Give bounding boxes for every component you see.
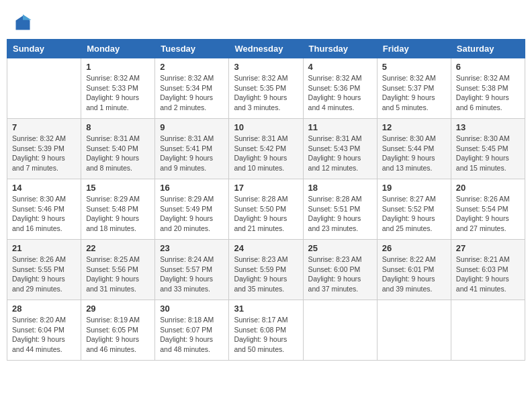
day-number: 1 bbox=[86, 62, 150, 72]
day-number: 21 bbox=[12, 243, 76, 253]
calendar-cell: 12Sunrise: 8:30 AMSunset: 5:44 PMDayligh… bbox=[377, 119, 451, 179]
day-number: 10 bbox=[234, 122, 298, 132]
calendar-table: SundayMondayTuesdayWednesdayThursdayFrid… bbox=[7, 39, 525, 361]
logo-icon bbox=[13, 13, 32, 32]
weekday-header-wednesday: Wednesday bbox=[229, 40, 303, 58]
calendar-cell: 27Sunrise: 8:21 AMSunset: 6:03 PMDayligh… bbox=[451, 240, 525, 300]
weekday-header-tuesday: Tuesday bbox=[155, 40, 229, 58]
cell-content: Sunrise: 8:31 AMSunset: 5:43 PMDaylight:… bbox=[308, 134, 372, 173]
calendar-cell: 10Sunrise: 8:31 AMSunset: 5:42 PMDayligh… bbox=[229, 119, 303, 179]
day-number: 20 bbox=[456, 183, 520, 193]
cell-content: Sunrise: 8:20 AMSunset: 6:04 PMDaylight:… bbox=[12, 315, 76, 355]
day-number: 19 bbox=[382, 183, 446, 193]
day-number: 5 bbox=[382, 62, 446, 72]
cell-content: Sunrise: 8:17 AMSunset: 6:08 PMDaylight:… bbox=[234, 315, 298, 355]
calendar-cell: 13Sunrise: 8:30 AMSunset: 5:45 PMDayligh… bbox=[451, 119, 525, 179]
calendar-cell: 26Sunrise: 8:22 AMSunset: 6:01 PMDayligh… bbox=[377, 240, 451, 300]
day-number: 30 bbox=[160, 304, 224, 314]
day-number: 27 bbox=[456, 243, 520, 253]
page-header bbox=[7, 7, 525, 36]
calendar-cell: 2Sunrise: 8:32 AMSunset: 5:34 PMDaylight… bbox=[155, 58, 229, 119]
calendar-header-row: SundayMondayTuesdayWednesdayThursdayFrid… bbox=[7, 40, 525, 58]
calendar-row: 21Sunrise: 8:26 AMSunset: 5:55 PMDayligh… bbox=[7, 240, 525, 300]
calendar-cell bbox=[377, 300, 451, 361]
cell-content: Sunrise: 8:29 AMSunset: 5:49 PMDaylight:… bbox=[160, 194, 224, 234]
calendar-cell: 31Sunrise: 8:17 AMSunset: 6:08 PMDayligh… bbox=[229, 300, 303, 361]
day-number: 12 bbox=[382, 122, 446, 132]
calendar-cell: 3Sunrise: 8:32 AMSunset: 5:35 PMDaylight… bbox=[229, 58, 303, 119]
day-number: 25 bbox=[308, 243, 372, 253]
day-number: 22 bbox=[86, 243, 150, 253]
calendar-cell: 15Sunrise: 8:29 AMSunset: 5:48 PMDayligh… bbox=[81, 179, 155, 240]
weekday-header-saturday: Saturday bbox=[451, 40, 525, 58]
day-number: 8 bbox=[86, 122, 150, 132]
logo bbox=[13, 13, 35, 32]
day-number: 9 bbox=[160, 122, 224, 132]
calendar-cell: 29Sunrise: 8:19 AMSunset: 6:05 PMDayligh… bbox=[81, 300, 155, 361]
calendar-cell: 28Sunrise: 8:20 AMSunset: 6:04 PMDayligh… bbox=[7, 300, 81, 361]
day-number: 6 bbox=[456, 62, 520, 72]
weekday-header-friday: Friday bbox=[377, 40, 451, 58]
calendar-row: 14Sunrise: 8:30 AMSunset: 5:46 PMDayligh… bbox=[7, 179, 525, 240]
cell-content: Sunrise: 8:32 AMSunset: 5:39 PMDaylight:… bbox=[12, 134, 76, 173]
day-number: 3 bbox=[234, 62, 298, 72]
cell-content: Sunrise: 8:32 AMSunset: 5:33 PMDaylight:… bbox=[86, 73, 150, 113]
calendar-cell bbox=[451, 300, 525, 361]
cell-content: Sunrise: 8:32 AMSunset: 5:38 PMDaylight:… bbox=[456, 73, 520, 113]
calendar-cell: 22Sunrise: 8:25 AMSunset: 5:56 PMDayligh… bbox=[81, 240, 155, 300]
cell-content: Sunrise: 8:21 AMSunset: 6:03 PMDaylight:… bbox=[456, 255, 520, 294]
calendar-cell: 16Sunrise: 8:29 AMSunset: 5:49 PMDayligh… bbox=[155, 179, 229, 240]
cell-content: Sunrise: 8:26 AMSunset: 5:54 PMDaylight:… bbox=[456, 194, 520, 234]
day-number: 23 bbox=[160, 243, 224, 253]
weekday-header-sunday: Sunday bbox=[7, 40, 81, 58]
calendar-cell: 25Sunrise: 8:23 AMSunset: 6:00 PMDayligh… bbox=[303, 240, 377, 300]
cell-content: Sunrise: 8:19 AMSunset: 6:05 PMDaylight:… bbox=[86, 315, 150, 355]
weekday-header-thursday: Thursday bbox=[303, 40, 377, 58]
cell-content: Sunrise: 8:26 AMSunset: 5:55 PMDaylight:… bbox=[12, 255, 76, 294]
weekday-header-monday: Monday bbox=[81, 40, 155, 58]
cell-content: Sunrise: 8:30 AMSunset: 5:46 PMDaylight:… bbox=[12, 194, 76, 234]
calendar-cell: 5Sunrise: 8:32 AMSunset: 5:37 PMDaylight… bbox=[377, 58, 451, 119]
day-number: 4 bbox=[308, 62, 372, 72]
day-number: 28 bbox=[12, 304, 76, 314]
day-number: 26 bbox=[382, 243, 446, 253]
calendar-cell: 14Sunrise: 8:30 AMSunset: 5:46 PMDayligh… bbox=[7, 179, 81, 240]
calendar-cell: 30Sunrise: 8:18 AMSunset: 6:07 PMDayligh… bbox=[155, 300, 229, 361]
cell-content: Sunrise: 8:18 AMSunset: 6:07 PMDaylight:… bbox=[160, 315, 224, 355]
day-number: 15 bbox=[86, 183, 150, 193]
cell-content: Sunrise: 8:28 AMSunset: 5:50 PMDaylight:… bbox=[234, 194, 298, 234]
cell-content: Sunrise: 8:30 AMSunset: 5:45 PMDaylight:… bbox=[456, 134, 520, 173]
cell-content: Sunrise: 8:29 AMSunset: 5:48 PMDaylight:… bbox=[86, 194, 150, 234]
day-number: 17 bbox=[234, 183, 298, 193]
cell-content: Sunrise: 8:23 AMSunset: 6:00 PMDaylight:… bbox=[308, 255, 372, 294]
day-number: 29 bbox=[86, 304, 150, 314]
calendar-row: 7Sunrise: 8:32 AMSunset: 5:39 PMDaylight… bbox=[7, 119, 525, 179]
calendar-row: 1Sunrise: 8:32 AMSunset: 5:33 PMDaylight… bbox=[7, 58, 525, 119]
day-number: 7 bbox=[12, 122, 76, 132]
day-number: 13 bbox=[456, 122, 520, 132]
calendar-cell: 1Sunrise: 8:32 AMSunset: 5:33 PMDaylight… bbox=[81, 58, 155, 119]
svg-marker-1 bbox=[23, 14, 32, 19]
cell-content: Sunrise: 8:24 AMSunset: 5:57 PMDaylight:… bbox=[160, 255, 224, 294]
day-number: 2 bbox=[160, 62, 224, 72]
cell-content: Sunrise: 8:30 AMSunset: 5:44 PMDaylight:… bbox=[382, 134, 446, 173]
calendar-cell bbox=[303, 300, 377, 361]
cell-content: Sunrise: 8:32 AMSunset: 5:35 PMDaylight:… bbox=[234, 73, 298, 113]
day-number: 18 bbox=[308, 183, 372, 193]
calendar-cell: 18Sunrise: 8:28 AMSunset: 5:51 PMDayligh… bbox=[303, 179, 377, 240]
calendar-cell: 20Sunrise: 8:26 AMSunset: 5:54 PMDayligh… bbox=[451, 179, 525, 240]
calendar-cell bbox=[7, 58, 81, 119]
cell-content: Sunrise: 8:25 AMSunset: 5:56 PMDaylight:… bbox=[86, 255, 150, 294]
calendar-cell: 11Sunrise: 8:31 AMSunset: 5:43 PMDayligh… bbox=[303, 119, 377, 179]
cell-content: Sunrise: 8:23 AMSunset: 5:59 PMDaylight:… bbox=[234, 255, 298, 294]
cell-content: Sunrise: 8:28 AMSunset: 5:51 PMDaylight:… bbox=[308, 194, 372, 234]
cell-content: Sunrise: 8:31 AMSunset: 5:40 PMDaylight:… bbox=[86, 134, 150, 173]
day-number: 24 bbox=[234, 243, 298, 253]
cell-content: Sunrise: 8:32 AMSunset: 5:37 PMDaylight:… bbox=[382, 73, 446, 113]
cell-content: Sunrise: 8:22 AMSunset: 6:01 PMDaylight:… bbox=[382, 255, 446, 294]
calendar-cell: 9Sunrise: 8:31 AMSunset: 5:41 PMDaylight… bbox=[155, 119, 229, 179]
day-number: 11 bbox=[308, 122, 372, 132]
calendar-cell: 4Sunrise: 8:32 AMSunset: 5:36 PMDaylight… bbox=[303, 58, 377, 119]
cell-content: Sunrise: 8:31 AMSunset: 5:42 PMDaylight:… bbox=[234, 134, 298, 173]
cell-content: Sunrise: 8:32 AMSunset: 5:36 PMDaylight:… bbox=[308, 73, 372, 113]
